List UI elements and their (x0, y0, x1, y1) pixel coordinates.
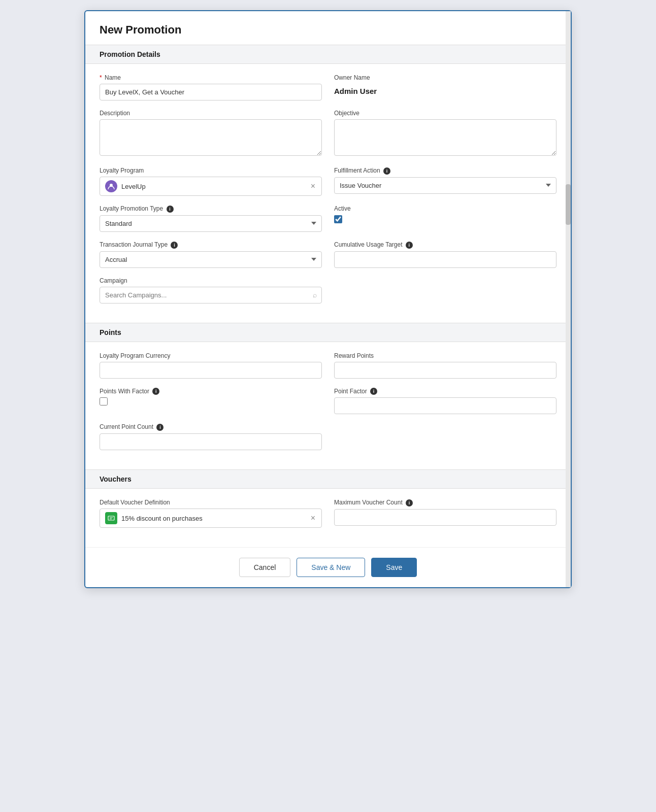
description-label: Description (100, 110, 322, 117)
points-with-factor-info-icon[interactable]: i (152, 388, 159, 395)
maximum-voucher-count-col: Maximum Voucher Count i (334, 499, 556, 528)
campaign-search-wrapper: ⌕ (100, 287, 322, 303)
default-voucher-definition-label: Default Voucher Definition (100, 499, 322, 506)
current-point-count-input[interactable] (100, 433, 322, 450)
active-checkbox-wrapper (334, 215, 556, 223)
loyalty-program-col: Loyalty Program LevelUp × (100, 167, 322, 196)
section-vouchers: Vouchers (85, 469, 571, 489)
page-title: New Promotion (85, 11, 571, 45)
transaction-journal-type-col: Transaction Journal Type i Accrual Redem… (100, 241, 322, 268)
loyalty-program-field[interactable]: LevelUp × (100, 177, 322, 196)
cancel-button[interactable]: Cancel (239, 558, 291, 577)
voucher-definition-clear-button[interactable]: × (310, 514, 316, 522)
form-row-type-active: Loyalty Promotion Type i Standard Tier C… (100, 205, 556, 232)
scrollbar-track[interactable] (566, 11, 571, 587)
fulfillment-action-col: Fulfillment Action i Issue Voucher Award… (334, 167, 556, 196)
maximum-voucher-count-label: Maximum Voucher Count i (334, 499, 556, 506)
transaction-journal-type-info-icon[interactable]: i (171, 242, 178, 249)
svg-rect-1 (108, 516, 114, 520)
loyalty-program-label: Loyalty Program (100, 167, 322, 174)
form-row-point-count: Current Point Count i (100, 423, 556, 450)
points-with-factor-checkbox[interactable] (100, 397, 108, 405)
save-button[interactable]: Save (371, 558, 417, 577)
form-row-voucher-definition-count: Default Voucher Definition 15% discount … (100, 499, 556, 528)
current-point-count-col: Current Point Count i (100, 423, 322, 450)
active-checkbox[interactable] (334, 215, 342, 223)
active-col: Active (334, 205, 556, 232)
loyalty-program-icon (105, 180, 117, 192)
form-row-points-factor: Points With Factor i Point Factor i (100, 388, 556, 415)
owner-name-label: Owner Name (334, 74, 556, 81)
loyalty-program-currency-col: Loyalty Program Currency (100, 352, 322, 379)
fulfillment-action-select[interactable]: Issue Voucher Award Points No Action (334, 177, 556, 194)
point-factor-input[interactable] (334, 397, 556, 414)
form-row-loyalty-fulfillment: Loyalty Program LevelUp × Fulfillment Ac… (100, 167, 556, 196)
transaction-journal-type-label: Transaction Journal Type i (100, 241, 322, 249)
form-row-desc-obj: Description Objective (100, 110, 556, 158)
save-new-button[interactable]: Save & New (297, 558, 365, 577)
modal-footer: Cancel Save & New Save (85, 547, 571, 587)
form-row-campaign: Campaign ⌕ (100, 277, 556, 303)
points-with-factor-checkbox-wrapper (100, 397, 322, 405)
cumulative-usage-target-label: Cumulative Usage Target i (334, 241, 556, 249)
section-points: Points (85, 323, 571, 342)
reward-points-col: Reward Points (334, 352, 556, 379)
name-input[interactable] (100, 84, 322, 100)
cumulative-usage-target-input[interactable] (334, 251, 556, 268)
campaign-col: Campaign ⌕ (100, 277, 322, 303)
maximum-voucher-count-info-icon[interactable]: i (406, 499, 413, 506)
objective-col: Objective (334, 110, 556, 158)
loyalty-program-currency-input[interactable] (100, 362, 322, 379)
loyalty-program-clear-button[interactable]: × (310, 182, 316, 190)
objective-textarea[interactable] (334, 119, 556, 156)
loyalty-promotion-type-label: Loyalty Promotion Type i (100, 205, 322, 213)
cumulative-usage-target-col: Cumulative Usage Target i (334, 241, 556, 268)
maximum-voucher-count-input[interactable] (334, 509, 556, 526)
loyalty-promotion-type-info-icon[interactable]: i (167, 206, 174, 213)
point-count-spacer (334, 423, 556, 450)
fulfillment-action-label: Fulfillment Action i (334, 167, 556, 175)
scrollbar-thumb[interactable] (566, 184, 571, 225)
voucher-definition-value: 15% discount on purchases (121, 515, 310, 522)
current-point-count-info-icon[interactable]: i (156, 424, 163, 431)
owner-name-value: Admin User (334, 84, 556, 95)
loyalty-program-currency-label: Loyalty Program Currency (100, 352, 322, 359)
point-factor-info-icon[interactable]: i (370, 388, 377, 395)
campaign-search-icon: ⌕ (313, 291, 317, 299)
default-voucher-definition-field[interactable]: 15% discount on purchases × (100, 509, 322, 528)
points-body: Loyalty Program Currency Reward Points P… (85, 342, 571, 470)
vouchers-body: Default Voucher Definition 15% discount … (85, 489, 571, 547)
campaign-spacer (334, 277, 556, 303)
active-label: Active (334, 205, 556, 212)
transaction-journal-type-select[interactable]: Accrual Redemption (100, 251, 322, 268)
default-voucher-definition-col: Default Voucher Definition 15% discount … (100, 499, 322, 528)
loyalty-promotion-type-col: Loyalty Promotion Type i Standard Tier C… (100, 205, 322, 232)
voucher-definition-icon (105, 512, 117, 524)
form-row-currency-reward: Loyalty Program Currency Reward Points (100, 352, 556, 379)
form-row-name-owner: * Name Owner Name Admin User (100, 74, 556, 100)
campaign-search-input[interactable] (100, 287, 322, 303)
new-promotion-modal: New Promotion Promotion Details * Name O… (84, 10, 572, 588)
point-factor-col: Point Factor i (334, 388, 556, 415)
name-col: * Name (100, 74, 322, 100)
description-col: Description (100, 110, 322, 158)
reward-points-input[interactable] (334, 362, 556, 379)
reward-points-label: Reward Points (334, 352, 556, 359)
point-factor-label: Point Factor i (334, 388, 556, 395)
description-textarea[interactable] (100, 119, 322, 156)
cumulative-usage-target-info-icon[interactable]: i (406, 242, 413, 249)
campaign-label: Campaign (100, 277, 322, 284)
section-promotion-details: Promotion Details (85, 45, 571, 64)
objective-label: Objective (334, 110, 556, 117)
points-with-factor-label: Points With Factor i (100, 388, 322, 395)
current-point-count-label: Current Point Count i (100, 423, 322, 431)
form-row-journal-cumulative: Transaction Journal Type i Accrual Redem… (100, 241, 556, 268)
points-with-factor-col: Points With Factor i (100, 388, 322, 415)
loyalty-program-value: LevelUp (121, 183, 310, 190)
owner-col: Owner Name Admin User (334, 74, 556, 100)
name-label: * Name (100, 74, 322, 81)
promotion-details-body: * Name Owner Name Admin User Description… (85, 64, 571, 323)
fulfillment-action-info-icon[interactable]: i (383, 167, 390, 175)
loyalty-promotion-type-select[interactable]: Standard Tier Custom (100, 215, 322, 232)
